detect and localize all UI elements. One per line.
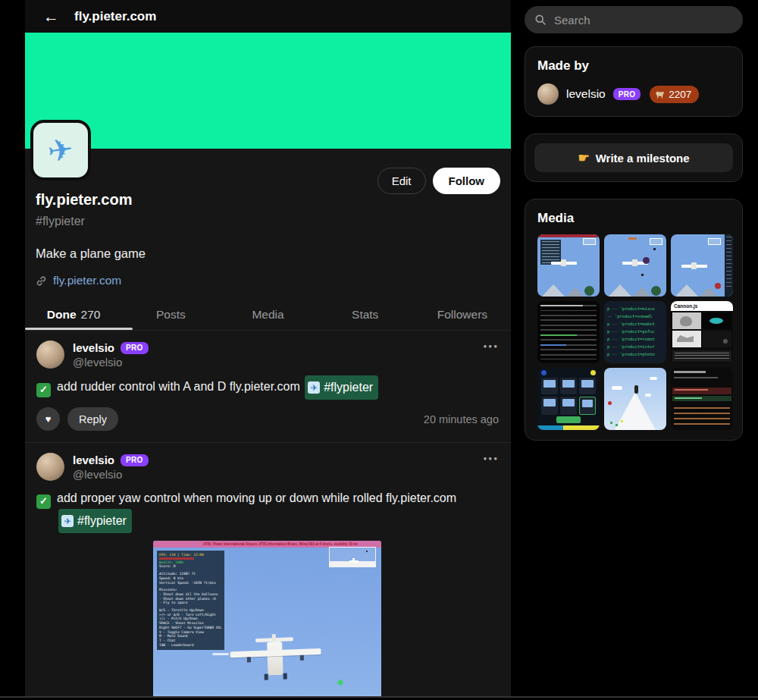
project-hashtag: #flypieter: [36, 215, 85, 228]
pointing-right-icon: ☛: [578, 152, 589, 165]
game-plane-model: [228, 636, 328, 686]
media-thumb-game-mountains[interactable]: [671, 234, 733, 297]
post-content: ✓add rudder control with A and D fly.pie…: [36, 375, 499, 400]
milestone-card: ☛ Write a milestone: [525, 133, 743, 182]
page: ← fly.pieter.com ✈ Edit Follow fly.piete…: [0, 0, 758, 700]
terminal-line: p -- 'product=photo: [607, 350, 666, 358]
heart-icon: ♥: [45, 413, 52, 425]
back-button[interactable]: ←: [43, 8, 59, 24]
search-icon: [534, 14, 547, 26]
hashtag-chip[interactable]: ✈#flypieter: [305, 375, 378, 400]
maker-name[interactable]: levelsio: [566, 87, 606, 101]
game-hud-line: Vertical Speed: -1039 ft/min: [159, 581, 222, 585]
project-title: fly.pieter.com: [36, 191, 132, 209]
author-handle: @levelsio: [73, 468, 149, 481]
sidebar: Made by levelsio PRO 2207 ☛ Write a mile…: [525, 0, 743, 441]
more-options-icon[interactable]: ●●●: [484, 343, 500, 350]
post-text: add proper yaw control when moving up or…: [57, 491, 456, 504]
terminal-line: -- 'product=nomadl: [607, 312, 666, 320]
tab-done[interactable]: Done270: [25, 301, 122, 328]
media-thumb-mountain-game[interactable]: [604, 368, 666, 430]
edit-button[interactable]: Edit: [377, 168, 426, 194]
tab-media[interactable]: Media: [219, 301, 316, 328]
media-thumb-game-balloons[interactable]: [604, 234, 666, 297]
project-avatar: ✈: [30, 120, 91, 180]
media-thumb-product-terminal[interactable]: p -- 'product=misce -- 'product=nomadlp …: [604, 301, 666, 363]
author-name[interactable]: levelsio: [73, 454, 114, 466]
terminal-line: p -- 'product=misce: [607, 305, 666, 312]
check-icon: ✓: [36, 383, 51, 397]
game-hud-health-bar: [159, 557, 194, 560]
post-image-game-screenshot[interactable]: ATIS: Pieter International Airport, ATIS…: [153, 541, 381, 700]
search-input[interactable]: [554, 14, 733, 27]
page-title: fly.pieter.com: [74, 9, 156, 24]
more-options-icon[interactable]: ●●●: [484, 455, 500, 462]
media-thumb-terminal[interactable]: [537, 301, 600, 363]
follow-button[interactable]: Follow: [433, 168, 501, 194]
post: levelsio PRO @levelsio ●●● ✓add rudder c…: [25, 331, 511, 443]
media-thumb-cannonjs[interactable]: Cannon.js: [671, 301, 733, 363]
like-button[interactable]: ♥: [36, 407, 60, 431]
tab-stats[interactable]: Stats: [317, 301, 414, 328]
media-card: Media p -: [525, 199, 743, 441]
done-count: 270: [81, 308, 101, 322]
project-page: ← fly.pieter.com ✈ Edit Follow fly.piete…: [25, 0, 511, 700]
media-thumb-game-hud[interactable]: [537, 234, 600, 297]
pro-badge: PRO: [613, 88, 641, 100]
post-content: ✓add proper yaw control when moving up o…: [36, 488, 499, 533]
author-name[interactable]: levelsio: [73, 341, 114, 354]
goat-icon: [655, 90, 665, 99]
reply-button[interactable]: Reply: [67, 407, 118, 431]
media-thumb-level-select[interactable]: [537, 368, 600, 430]
project-link[interactable]: fly.pieter.com: [36, 274, 121, 287]
author-handle: @levelsio: [73, 356, 149, 369]
game-hud-line: - Shoot down all the balloons: [159, 592, 222, 597]
write-milestone-button[interactable]: ☛ Write a milestone: [534, 143, 733, 172]
maker-row: levelsio PRO 2207: [537, 83, 730, 105]
author-avatar[interactable]: [36, 341, 64, 369]
post: levelsio PRO @levelsio ●●● ✓add proper y…: [25, 443, 511, 700]
author-avatar[interactable]: [36, 453, 64, 481]
post-header: levelsio PRO @levelsio: [36, 341, 499, 369]
media-grid: p -- 'product=misce -- 'product=nomadlp …: [537, 234, 730, 430]
terminal-line: p -- 'product=remot: [607, 335, 666, 343]
post-header: levelsio PRO @levelsio: [36, 453, 499, 481]
check-icon: ✓: [36, 494, 51, 509]
game-hud-panel: FPS: 110 | Time: 12:09Health: 100%Score:…: [157, 551, 224, 650]
maker-avatar[interactable]: [537, 83, 559, 105]
pro-badge: PRO: [121, 454, 149, 466]
milestone-label: Write a milestone: [596, 152, 690, 165]
cannonjs-label: Cannon.js: [671, 301, 733, 311]
cover-image: [25, 33, 511, 149]
profile-actions: Edit Follow: [377, 168, 500, 194]
author-info: levelsio PRO @levelsio: [73, 341, 149, 369]
game-minimap: [329, 547, 376, 567]
project-description: Make a plane game: [36, 246, 146, 261]
terminal-line: p -- 'product=inter: [607, 343, 666, 350]
game-contrail: [212, 653, 229, 655]
tab-posts[interactable]: Posts: [122, 301, 219, 328]
airplane-icon: ✈: [45, 131, 76, 169]
pro-badge: PRO: [121, 342, 149, 354]
posts-feed: levelsio PRO @levelsio ●●● ✓add rudder c…: [25, 331, 511, 700]
profile-tabs: Done270 Posts Media Stats Followers: [25, 301, 511, 328]
airplane-emoji-icon: ✈: [308, 381, 320, 394]
terminal-line: p -- 'product=maket: [607, 320, 666, 328]
author-info: levelsio PRO @levelsio: [73, 453, 149, 481]
link-icon: [36, 275, 47, 287]
tab-followers[interactable]: Followers: [414, 301, 511, 328]
hashtag-chip[interactable]: ✈#flypieter: [58, 509, 132, 533]
media-heading: Media: [537, 211, 730, 226]
media-thumb-code-diff[interactable]: [671, 368, 733, 430]
terminal-line: p -- 'product=gofuc: [607, 328, 666, 335]
top-bar: ← fly.pieter.com: [25, 0, 511, 33]
streak-badge[interactable]: 2207: [650, 86, 699, 103]
post-actions: ♥ Reply 20 minutes ago: [36, 407, 499, 431]
game-hud-line: Right SHIFT - Go SuperTURBO XXL: [159, 626, 222, 630]
project-link-text: fly.pieter.com: [53, 274, 121, 287]
game-hud-line: TAB - Leaderboard: [159, 643, 222, 648]
search-bar[interactable]: [525, 6, 743, 33]
post-timestamp: 20 minutes ago: [424, 413, 499, 425]
game-hud-line: FPS: 110 | Time: 12:09: [159, 553, 222, 557]
airplane-emoji-icon: ✈: [61, 515, 74, 527]
